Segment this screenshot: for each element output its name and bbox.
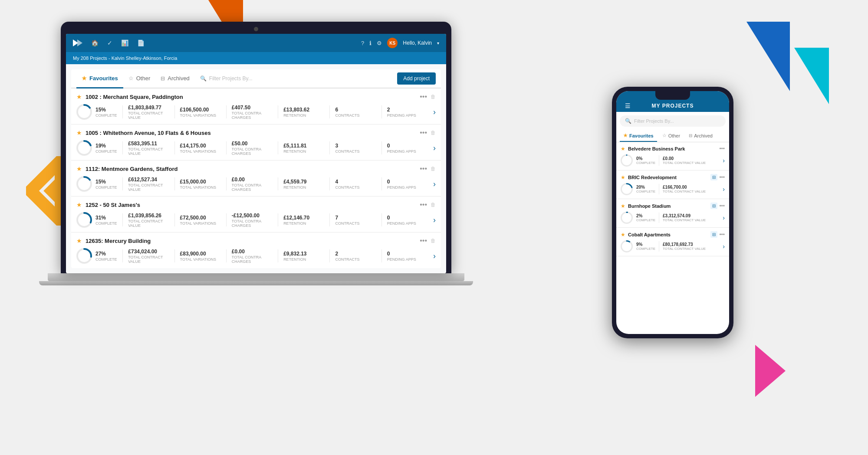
- phone-stat-tcv: £166,700.00 TOTAL CONTRACT VALUE: [663, 185, 706, 193]
- phone-docs-icon[interactable]: ⊟: [710, 203, 717, 209]
- stat-contracts-value: 7: [335, 215, 359, 221]
- phone-tabs: ★ Favourites ☆ Other ⊟ Archived: [616, 130, 729, 142]
- check-icon[interactable]: ✓: [107, 39, 112, 46]
- user-avatar[interactable]: KS: [387, 38, 398, 48]
- tab-favourites-label: Favourites: [89, 75, 118, 82]
- app-main: ★ Favourites ☆ Other ⊟ Archived 🔍 Filter…: [66, 64, 446, 273]
- phone-dots-button[interactable]: •••: [719, 232, 725, 238]
- add-project-button[interactable]: Add project: [397, 72, 436, 85]
- phone-progress-ring: [621, 212, 633, 224]
- stat-tcv-col: £583,395.11 TOTAL CONTRACT VALUE: [128, 141, 169, 156]
- dropdown-icon[interactable]: ▾: [437, 41, 439, 46]
- phone-tab-archived[interactable]: ⊟ Archived: [685, 130, 716, 142]
- stat-tv-label: TOTAL VARIATIONS: [180, 185, 217, 190]
- stat-divider-2: [174, 141, 175, 154]
- stat-divider-4: [278, 249, 278, 262]
- phone-project-actions: ⊟ •••: [710, 231, 725, 238]
- project-stats: 27% COMPLETE £734,024.00 TOTAL CONTRACT …: [76, 248, 436, 264]
- project-delete-button[interactable]: 🗑: [431, 238, 436, 244]
- stat-ret-label: RETENTION: [283, 149, 306, 154]
- project-delete-button[interactable]: 🗑: [431, 130, 436, 136]
- stat-contracts: 7 CONTRACTS: [335, 215, 376, 226]
- phone-device: ☰ MY PROJECTS 🔍 Filter Projects By... ★ …: [612, 87, 733, 338]
- info-icon[interactable]: ℹ: [369, 40, 372, 46]
- svg-marker-2: [755, 345, 786, 397]
- phone-nav-arrow[interactable]: ›: [723, 243, 725, 250]
- phone-progress-ring: [621, 240, 633, 252]
- phone-tab-favourites[interactable]: ★ Favourites: [620, 130, 657, 142]
- stat-pending: 0 PENDING APPS: [387, 215, 428, 226]
- phone-project-item: ★ Burnhope Stadium ⊟ ••• 2% COMPLETE £3,…: [616, 199, 729, 228]
- stat-divider-4: [278, 177, 278, 190]
- phone-nav-arrow[interactable]: ›: [723, 214, 725, 221]
- project-delete-button[interactable]: 🗑: [431, 94, 436, 100]
- project-delete-button[interactable]: 🗑: [431, 166, 436, 172]
- stat-contracts-col: 6 CONTRACTS: [335, 107, 359, 118]
- phone-stat-divider: [659, 241, 659, 252]
- stat-divider-5: [329, 249, 330, 262]
- stat-complete: 19% COMPLETE: [76, 140, 117, 156]
- stat-contracts-value: 3: [335, 143, 359, 149]
- phone-search[interactable]: 🔍 Filter Projects By...: [620, 115, 726, 127]
- stat-cc-label: TOTAL CONTRA CHARGES: [232, 147, 273, 156]
- project-dots-button[interactable]: •••: [420, 165, 427, 173]
- phone-nav-arrow[interactable]: ›: [723, 157, 725, 164]
- chart-icon[interactable]: 📊: [121, 39, 128, 46]
- stat-cc-value: £407.50: [232, 105, 273, 111]
- home-icon[interactable]: 🏠: [91, 39, 99, 46]
- phone-stat-tcv-value: £166,700.00: [663, 185, 706, 190]
- tab-archived[interactable]: ⊟ Archived: [155, 69, 195, 88]
- project-nav-arrow[interactable]: ›: [433, 252, 436, 261]
- settings-icon[interactable]: ⚙: [377, 40, 382, 46]
- project-dots-button[interactable]: •••: [420, 129, 427, 137]
- phone-progress-ring: [621, 154, 633, 167]
- phone-stat-tcv: £0.00 TOTAL CONTRACT VALUE: [663, 156, 706, 165]
- project-nav-arrow[interactable]: ›: [433, 216, 436, 225]
- phone-stat-divider: [659, 184, 659, 194]
- project-dots-button[interactable]: •••: [420, 201, 427, 209]
- stat-tv: £14,175.00 TOTAL VARIATIONS: [180, 143, 221, 154]
- project-nav-arrow[interactable]: ›: [433, 108, 436, 117]
- stat-divider-6: [381, 177, 382, 190]
- project-delete-button[interactable]: 🗑: [431, 202, 436, 208]
- stat-divider-5: [329, 141, 330, 154]
- stat-divider-4: [278, 213, 278, 226]
- project-header: ★ 12635: Mercury Building ••• 🗑: [76, 237, 436, 245]
- tab-other[interactable]: ☆ Other: [123, 69, 156, 88]
- stat-cc-value: £0.00: [232, 177, 273, 183]
- phone-docs-icon[interactable]: ⊟: [710, 231, 717, 238]
- help-icon[interactable]: ?: [361, 40, 364, 46]
- project-star-icon: ★: [76, 201, 82, 208]
- stat-pending: 0 PENDING APPS: [387, 179, 428, 190]
- document-icon[interactable]: 📄: [137, 39, 145, 46]
- tab-favourites[interactable]: ★ Favourites: [76, 69, 123, 88]
- project-dots-button[interactable]: •••: [420, 93, 427, 101]
- stat-tcv: £734,024.00 TOTAL CONTRACT VALUE: [128, 249, 169, 264]
- stat-divider-4: [278, 141, 278, 154]
- phone-tab-other[interactable]: ☆ Other: [659, 130, 684, 142]
- project-stats: 19% COMPLETE £583,395.11 TOTAL CONTRACT …: [76, 140, 436, 156]
- project-dots-button[interactable]: •••: [420, 237, 427, 245]
- teal-triangle-decoration: [794, 48, 829, 104]
- phone-docs-icon[interactable]: ⊟: [710, 174, 717, 180]
- phone-menu-icon[interactable]: ☰: [625, 102, 631, 109]
- phone-dots-button[interactable]: •••: [719, 174, 725, 180]
- stat-divider-6: [381, 249, 382, 262]
- search-tab[interactable]: 🔍 Filter Projects By...: [195, 75, 397, 82]
- stat-complete-col: 31% COMPLETE: [95, 215, 117, 226]
- stat-complete-col: 15% COMPLETE: [95, 107, 117, 118]
- phone-nav-arrow[interactable]: ›: [723, 186, 725, 193]
- phone-project-header: ★ Belvedere Business Park •••: [621, 146, 725, 152]
- stat-complete: 27% COMPLETE: [76, 248, 117, 264]
- progress-ring: [76, 176, 92, 192]
- stat-tcv: £583,395.11 TOTAL CONTRACT VALUE: [128, 141, 169, 156]
- stat-pending-value: 0: [387, 215, 416, 221]
- stat-divider-6: [381, 105, 382, 118]
- phone-dots-button[interactable]: •••: [719, 146, 725, 152]
- phone-dots-button[interactable]: •••: [719, 203, 725, 209]
- project-actions: ••• 🗑: [420, 201, 436, 209]
- stat-ret: £12,146.70 RETENTION: [283, 215, 324, 226]
- project-nav-arrow[interactable]: ›: [433, 144, 436, 153]
- project-nav-arrow[interactable]: ›: [433, 180, 436, 189]
- stat-tv: £83,900.00 TOTAL VARIATIONS: [180, 251, 221, 262]
